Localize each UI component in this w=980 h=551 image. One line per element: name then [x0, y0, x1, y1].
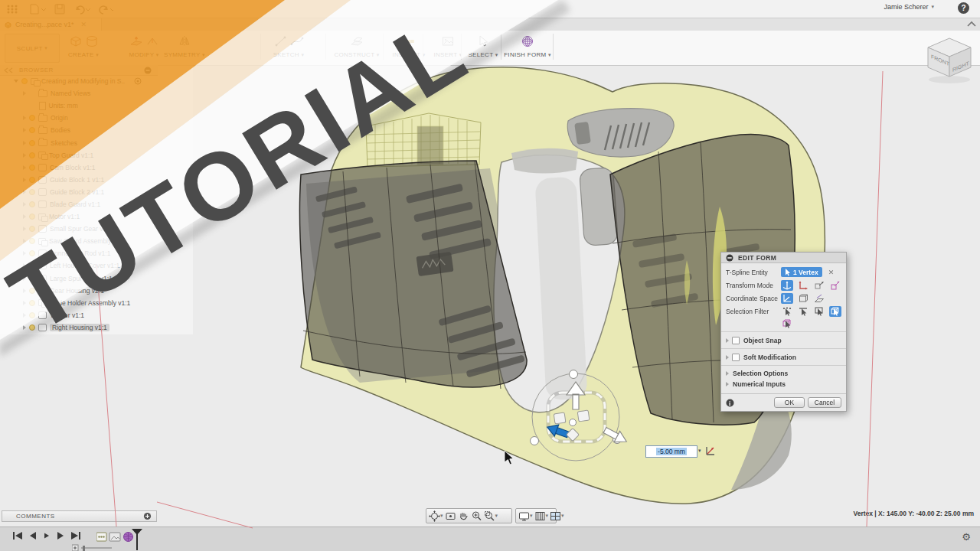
visibility-bulb-icon[interactable] [29, 324, 35, 331]
ribbon-group-create[interactable]: CREATE ▾ [63, 33, 104, 64]
visibility-bulb-icon[interactable] [29, 201, 35, 207]
entity-selection-chip[interactable]: 1 Vertex [781, 267, 822, 277]
visibility-bulb-icon[interactable] [29, 189, 35, 195]
filter-vertex-icon[interactable] [781, 306, 793, 317]
browser-item[interactable]: Motor v1:1 [0, 210, 193, 223]
browser-item[interactable]: Origin [0, 112, 193, 124]
ribbon-group-sketch[interactable]: SKETCH ▾ [264, 33, 313, 64]
browser-item[interactable]: Named Views [0, 87, 193, 99]
browser-item[interactable]: Creating and Modifying in S.. [0, 75, 193, 87]
user-menu[interactable]: Jamie Scherer ▾ [884, 3, 934, 11]
visibility-bulb-icon[interactable] [29, 165, 35, 171]
collapse-tree-icon[interactable] [144, 67, 152, 74]
grid-snaps-icon[interactable]: ▾ [534, 510, 549, 522]
value-dropdown-icon[interactable]: ▾ [698, 448, 701, 454]
move-triad-icon[interactable] [781, 280, 793, 291]
object-snap-checkbox[interactable] [732, 337, 740, 344]
ribbon-group-insert[interactable]: INSERT ▾ [427, 33, 469, 64]
soft-modification-checkbox[interactable] [732, 354, 740, 361]
dialog-header[interactable]: EDIT FORM [721, 253, 846, 263]
visibility-bulb-icon[interactable] [29, 152, 35, 158]
ribbon-group-construct[interactable]: CONSTRUCT ▾ [328, 33, 386, 64]
pan-icon[interactable] [458, 510, 469, 522]
zoom-icon[interactable] [471, 510, 482, 522]
scale-square-icon[interactable] [829, 280, 841, 291]
disclosure-icon[interactable] [23, 214, 26, 219]
orbit-icon[interactable]: ▾ [429, 510, 443, 522]
close-tab-icon[interactable]: ✕ [81, 21, 87, 28]
collapse-toolbar-chevron[interactable] [966, 20, 977, 28]
visibility-bulb-icon[interactable] [29, 262, 35, 269]
step-back-icon[interactable] [28, 531, 38, 540]
rotate-axes-icon[interactable] [797, 280, 809, 291]
ok-button[interactable]: OK [774, 397, 805, 408]
document-tab[interactable]: Creating...pace v1* ✕ [0, 18, 102, 31]
disclosure-icon[interactable] [23, 116, 26, 120]
go-to-start-icon[interactable] [12, 531, 23, 540]
disclosure-icon[interactable] [23, 313, 26, 318]
filter-all-icon[interactable] [781, 318, 793, 329]
browser-item[interactable]: Large Spur Gear v1:1 [0, 272, 193, 285]
visibility-bulb-icon[interactable] [29, 127, 35, 133]
play-icon[interactable] [43, 531, 51, 540]
disclosure-icon[interactable] [23, 202, 26, 207]
browser-item[interactable]: Connecting Rod v1:1 [0, 247, 193, 259]
browser-header[interactable]: BROWSER [0, 65, 158, 76]
disclosure-icon[interactable] [23, 190, 26, 194]
visibility-bulb-icon[interactable] [29, 276, 35, 282]
disclosure-icon[interactable] [23, 165, 26, 170]
visibility-bulb-icon[interactable] [29, 115, 35, 121]
browser-item[interactable]: Blade Guard v1:1 [0, 198, 193, 210]
view-box-icon[interactable] [797, 293, 809, 304]
collapse-panel-icon[interactable] [4, 67, 15, 73]
disclosure-icon[interactable] [23, 128, 26, 132]
expand-icon[interactable] [726, 382, 729, 386]
disclosure-icon[interactable] [23, 227, 26, 231]
disclosure-icon[interactable] [23, 263, 26, 268]
disclosure-icon[interactable] [23, 251, 26, 256]
display-settings-icon[interactable]: ▾ [518, 510, 533, 522]
view-cube[interactable]: FRONT RIGHT [919, 32, 980, 86]
visibility-bulb-icon[interactable] [29, 250, 35, 256]
browser-item[interactable]: Guide Block 1 v1:1 [0, 174, 193, 186]
browser-item[interactable]: Right Housing v1:1 [0, 321, 193, 334]
visibility-bulb-icon[interactable] [29, 214, 35, 220]
local-plane-icon[interactable] [813, 293, 825, 304]
zoom-window-icon[interactable]: ▾ [484, 510, 498, 522]
timeline-marker[interactable] [129, 528, 145, 551]
ribbon-group-finish-form[interactable]: FINISH FORM ▾ [502, 33, 553, 64]
expand-icon[interactable] [726, 371, 729, 376]
visibility-bulb-icon[interactable] [29, 312, 35, 318]
activate-component-icon[interactable] [134, 77, 142, 85]
filter-body-icon[interactable] [829, 306, 841, 317]
disclosure-icon[interactable] [23, 239, 26, 243]
filter-edge-icon[interactable] [797, 306, 809, 317]
translate-frame-icon[interactable] [813, 280, 825, 291]
object-snap-row[interactable]: Object Snap [721, 334, 846, 346]
disclosure-icon[interactable] [23, 91, 26, 96]
disclosure-icon[interactable] [23, 141, 26, 145]
soft-modification-row[interactable]: Soft Modification [721, 351, 846, 363]
visibility-bulb-icon[interactable] [29, 177, 35, 183]
browser-item[interactable]: Guide Block 2 v1:1 [0, 186, 193, 198]
disclosure-icon[interactable] [14, 80, 18, 83]
browser-item[interactable]: Saw Guard Assembly v1:1 [0, 235, 193, 247]
gear-icon[interactable]: ⚙ [962, 531, 971, 543]
clear-selection-icon[interactable]: ✕ [828, 269, 835, 276]
browser-item[interactable]: Sketches [0, 136, 193, 148]
look-at-icon[interactable] [445, 510, 456, 522]
numerical-inputs-row[interactable]: Numerical Inputs [721, 379, 846, 390]
offset-value-input[interactable]: -5.00 mm [645, 445, 697, 458]
visibility-bulb-icon[interactable] [29, 288, 35, 294]
measure-toggle-icon[interactable] [705, 445, 717, 457]
workspace-selector[interactable]: SCULPT ▾ [5, 34, 60, 63]
info-icon[interactable]: i [726, 399, 734, 407]
browser-item[interactable]: Cam Block v1:1 [0, 161, 193, 174]
go-to-end-icon[interactable] [70, 531, 81, 540]
ribbon-group-modify[interactable]: MODIFY ▾ [121, 33, 167, 64]
browser-item[interactable]: Left Housing Cover v1:1 [0, 259, 193, 272]
disclosure-icon[interactable] [23, 301, 26, 305]
visibility-bulb-icon[interactable] [29, 300, 35, 306]
cancel-button[interactable]: Cancel [808, 397, 841, 408]
ribbon-group-select[interactable]: SELECT ▾ [464, 33, 502, 64]
